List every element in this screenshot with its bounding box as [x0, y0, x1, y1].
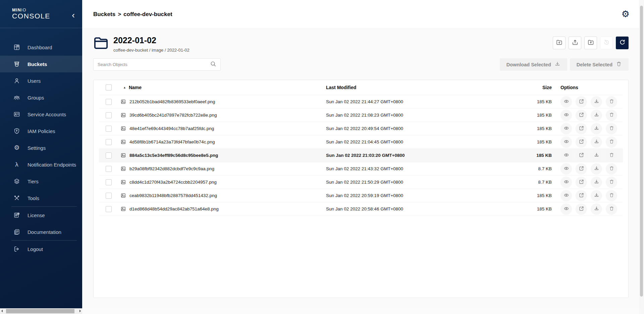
- delete-button[interactable]: [606, 203, 617, 215]
- delete-button[interactable]: [606, 163, 617, 175]
- logo-console-text: CONSOLE: [12, 12, 50, 20]
- preview-button[interactable]: [560, 203, 572, 215]
- share-button[interactable]: [576, 163, 587, 175]
- object-size: 185 KB: [470, 206, 552, 211]
- eye-icon: [564, 112, 569, 119]
- sidebar-item-label: Notification Endpoints: [28, 162, 76, 168]
- sidebar-item-dashboard[interactable]: Dashboard: [0, 39, 82, 56]
- sidebar-item-notification-endpoints[interactable]: λ Notification Endpoints: [0, 156, 82, 173]
- share-button[interactable]: [576, 150, 587, 161]
- object-name[interactable]: c8dd4c1d270f43a2b4724ccbb2204957.png: [129, 180, 217, 185]
- image-file-icon: [120, 179, 126, 185]
- download-button[interactable]: [591, 163, 602, 175]
- download-button[interactable]: [591, 177, 602, 188]
- sidebar-item-iam-policies[interactable]: IAM Policies: [0, 123, 82, 139]
- objects-table: ▲ Name Last Modified Size Options 212b05…: [93, 80, 629, 298]
- rewind-icon: [603, 39, 610, 47]
- collapse-sidebar-icon[interactable]: ‹: [72, 12, 75, 18]
- upload-folder-button[interactable]: [584, 37, 597, 49]
- sidebar-item-tiers[interactable]: Tiers: [0, 173, 82, 190]
- download-button[interactable]: [591, 136, 602, 148]
- scroll-right-arrow-icon[interactable]: [79, 310, 81, 312]
- row-checkbox[interactable]: [106, 99, 112, 105]
- sidebar-item-users[interactable]: Users: [0, 72, 82, 89]
- row-checkbox[interactable]: [106, 139, 112, 145]
- logo-minio-text: MINIO: [12, 8, 50, 12]
- download-button[interactable]: [591, 203, 602, 215]
- object-name[interactable]: ceab9832b11948bfb2887578dd451432.png: [129, 193, 217, 198]
- row-checkbox[interactable]: [106, 126, 112, 132]
- object-name[interactable]: b29a08fbf92342d882dcbdf7e9c9c9aa.png: [129, 166, 214, 171]
- sidebar-item-groups[interactable]: Groups: [0, 89, 82, 106]
- preview-button[interactable]: [560, 163, 572, 175]
- scroll-left-arrow-icon[interactable]: [1, 310, 3, 312]
- vertical-scrollbar-thumb[interactable]: [640, 6, 643, 297]
- create-path-button[interactable]: [553, 37, 566, 49]
- delete-button[interactable]: [606, 150, 617, 161]
- delete-button[interactable]: [606, 123, 617, 134]
- object-name[interactable]: d1ed868d48b54dd29ac842ab751a64e8.png: [129, 206, 219, 211]
- sidebar-item-license[interactable]: License: [0, 207, 82, 224]
- download-button[interactable]: [591, 190, 602, 201]
- download-button[interactable]: [591, 150, 602, 161]
- share-button[interactable]: [576, 136, 587, 148]
- breadcrumb-buckets-link[interactable]: Buckets: [93, 11, 115, 18]
- download-icon: [594, 192, 599, 199]
- share-button[interactable]: [576, 177, 587, 188]
- sidebar-item-buckets[interactable]: Buckets: [0, 56, 82, 72]
- delete-button[interactable]: [606, 136, 617, 148]
- object-size: 185 KB: [470, 139, 552, 144]
- share-button[interactable]: [576, 96, 587, 108]
- sidebar-item-logout[interactable]: Logout: [0, 241, 82, 257]
- row-checkbox[interactable]: [106, 179, 112, 185]
- delete-button[interactable]: [606, 96, 617, 108]
- refresh-button[interactable]: [616, 37, 629, 49]
- sidebar-item-service-accounts[interactable]: Service Accounts: [0, 106, 82, 123]
- preview-button[interactable]: [560, 123, 572, 134]
- object-name[interactable]: 4d58f8b1b6714a23a73fd47bfae0b74c.png: [129, 139, 215, 144]
- horizontal-scrollbar-thumb[interactable]: [6, 309, 74, 313]
- download-button[interactable]: [591, 96, 602, 108]
- sidebar-item-tools[interactable]: Tools: [0, 190, 82, 206]
- share-button[interactable]: [576, 190, 587, 201]
- object-name[interactable]: 212b052b1bad482fb8369533ebf0aeef.png: [129, 99, 215, 104]
- preview-button[interactable]: [560, 177, 572, 188]
- object-name[interactable]: 48e41ef7e69c443494cc78b7aaf25fdc.png: [129, 126, 214, 131]
- trash-icon: [616, 61, 622, 68]
- download-button[interactable]: [591, 123, 602, 134]
- preview-button[interactable]: [560, 190, 572, 201]
- row-checkbox[interactable]: [106, 166, 112, 172]
- main-area: Buckets > coffee-dev-bucket ⚙ 2022-01-02…: [82, 0, 639, 308]
- share-button[interactable]: [576, 110, 587, 121]
- object-row: d1ed868d48b54dd29ac842ab751a64e8.png Sun…: [99, 202, 623, 216]
- row-checkbox[interactable]: [106, 152, 112, 159]
- delete-button[interactable]: [606, 110, 617, 121]
- object-name[interactable]: 39cd6b405bc241d7897e782fcb722e8e.png: [129, 113, 217, 118]
- preview-button[interactable]: [560, 136, 572, 148]
- object-row: b29a08fbf92342d882dcbdf7e9c9c9aa.png Sun…: [99, 162, 623, 176]
- gear-icon[interactable]: ⚙: [622, 10, 630, 19]
- vertical-scrollbar[interactable]: [639, 0, 644, 314]
- row-checkbox[interactable]: [106, 206, 112, 212]
- row-checkbox[interactable]: [106, 112, 112, 118]
- object-name[interactable]: 884a5c13c5e34eff89c56d8c95bee8e5.png: [129, 153, 218, 158]
- horizontal-scrollbar[interactable]: [0, 308, 82, 314]
- object-path: coffee-dev-bucket / image / 2022-01-02: [113, 48, 190, 53]
- preview-button[interactable]: [560, 110, 572, 121]
- upload-file-button[interactable]: [569, 37, 581, 49]
- delete-button[interactable]: [606, 190, 617, 201]
- sidebar-item-documentation[interactable]: Documentation: [0, 224, 82, 240]
- preview-button[interactable]: [560, 96, 572, 108]
- name-column-header[interactable]: ▲ Name: [116, 85, 326, 90]
- select-all-checkbox[interactable]: [106, 84, 112, 90]
- preview-button[interactable]: [560, 150, 572, 161]
- download-button[interactable]: [591, 110, 602, 121]
- share-button[interactable]: [576, 203, 587, 215]
- sidebar-item-settings[interactable]: ⚙ Settings: [0, 139, 82, 156]
- delete-button[interactable]: [606, 177, 617, 188]
- breadcrumb-separator: >: [118, 11, 121, 18]
- minio-console-logo[interactable]: MINIO CONSOLE: [12, 8, 50, 20]
- row-checkbox[interactable]: [106, 193, 112, 199]
- share-button[interactable]: [576, 123, 587, 134]
- search-input[interactable]: [98, 62, 210, 67]
